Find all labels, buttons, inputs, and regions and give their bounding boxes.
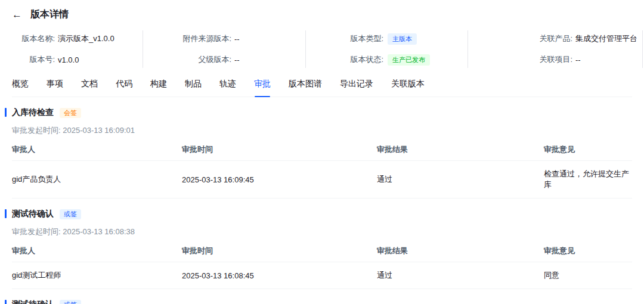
cell-comment: 同意 — [544, 262, 632, 289]
field-value: 演示版本_v1.0.0 — [58, 33, 114, 44]
info-field-version-type: 版本类型: 主版本 — [306, 33, 467, 45]
info-field-related-product: 关联产品: 集成交付管理平台 — [468, 33, 642, 45]
cell-approver: gid测试工程师 — [12, 262, 182, 289]
field-label: 关联项目: — [468, 54, 572, 65]
version-info-grid: 版本名称: 演示版本_v1.0.0 版本号: v1.0.0 附件来源版本: --… — [12, 30, 632, 68]
info-column-type-status: 版本类型: 主版本 版本状态: 生产已发布 — [306, 30, 468, 68]
page-title: 版本详情 — [30, 8, 69, 21]
table-row: gid测试工程师 2025-03-13 16:08:45 通过 同意 — [12, 262, 632, 289]
section-title: 测试待确认 — [12, 299, 54, 304]
tab-bar: 概览 事项 文档 代码 构建 制品 轨迹 审批 版本图谱 导出记录 关联版本 — [12, 79, 632, 97]
field-value: -- — [575, 55, 581, 64]
field-label: 版本名称: — [12, 33, 55, 44]
page-header: ← 版本详情 — [12, 8, 632, 21]
info-field-related-project: 关联项目: -- — [468, 54, 642, 66]
cell-approver: gid产品负责人 — [12, 166, 182, 193]
sign-type-badge: 或签 — [60, 300, 81, 304]
tab-issues[interactable]: 事项 — [47, 79, 63, 89]
field-label: 父级版本: — [143, 54, 231, 65]
section-title: 测试待确认 — [12, 209, 54, 219]
col-header-result: 审批结果 — [377, 240, 544, 262]
info-column-name: 版本名称: 演示版本_v1.0.0 版本号: v1.0.0 — [12, 30, 143, 68]
col-header-comment: 审批意见 — [544, 138, 632, 160]
table-header-row: 审批人 审批时间 审批结果 审批意见 — [12, 240, 632, 262]
version-detail-page: ← 版本详情 版本名称: 演示版本_v1.0.0 版本号: v1.0.0 附件来… — [0, 0, 644, 304]
col-header-time: 审批时间 — [182, 240, 377, 262]
start-time-value: 2025-03-13 16:09:01 — [63, 126, 135, 135]
tab-build[interactable]: 构建 — [150, 79, 167, 89]
col-header-comment: 审批意见 — [544, 240, 632, 262]
approval-section-3: 测试待确认 或签 审批发起时间: 2025-03-13 16:07:04 审批人… — [12, 299, 632, 304]
field-label: 版本状态: — [306, 54, 383, 65]
tab-artifacts[interactable]: 制品 — [185, 79, 202, 89]
tab-export-records[interactable]: 导出记录 — [340, 79, 373, 89]
tab-documents[interactable]: 文档 — [81, 79, 98, 89]
info-field-parent-version: 父级版本: -- — [143, 54, 305, 66]
tab-trace[interactable]: 轨迹 — [219, 79, 236, 89]
field-value: -- — [234, 35, 240, 44]
info-field-attachment-source: 附件来源版本: -- — [143, 33, 305, 45]
section-header: 测试待确认 或签 — [12, 299, 632, 304]
info-field-version-name: 版本名称: 演示版本_v1.0.0 — [12, 33, 143, 45]
section-header: 入库待检查 会签 — [12, 107, 632, 118]
approval-section-2: 测试待确认 或签 审批发起时间: 2025-03-13 16:08:38 审批人… — [12, 209, 632, 289]
table-row: gid产品负责人 2025-03-13 16:09:45 通过 检查通过，允许提… — [12, 161, 632, 198]
section-accent-bar — [5, 108, 7, 117]
col-header-result: 审批结果 — [377, 138, 544, 160]
section-accent-bar — [5, 209, 7, 218]
cell-comment: 检查通过，允许提交生产库 — [544, 161, 632, 198]
back-arrow-icon[interactable]: ← — [12, 10, 22, 20]
tab-code[interactable]: 代码 — [116, 79, 132, 89]
tab-approval[interactable]: 审批 — [254, 79, 271, 89]
approval-table: 审批人 审批时间 审批结果 审批意见 gid测试工程师 2025-03-13 1… — [12, 240, 632, 289]
field-label: 附件来源版本: — [143, 33, 231, 44]
info-field-version-number: 版本号: v1.0.0 — [12, 54, 143, 66]
col-header-approver: 审批人 — [12, 138, 182, 160]
approval-start-time: 审批发起时间: 2025-03-13 16:09:01 — [12, 125, 632, 136]
cell-result-pass-link[interactable]: 通过 — [377, 166, 544, 193]
field-value: -- — [234, 55, 240, 64]
field-value: v1.0.0 — [58, 55, 79, 64]
tab-version-graph[interactable]: 版本图谱 — [289, 79, 322, 89]
field-value: 集成交付管理平台 — [575, 33, 637, 44]
approval-section-1: 入库待检查 会签 审批发起时间: 2025-03-13 16:09:01 审批人… — [12, 107, 632, 198]
version-status-badge: 生产已发布 — [388, 54, 430, 66]
sign-type-badge: 或签 — [60, 209, 81, 219]
tab-related-versions[interactable]: 关联版本 — [391, 79, 425, 89]
field-label: 关联产品: — [468, 33, 572, 44]
table-header-row: 审批人 审批时间 审批结果 审批意见 — [12, 138, 632, 161]
start-time-label: 审批发起时间: — [12, 227, 61, 236]
info-field-version-status: 版本状态: 生产已发布 — [306, 54, 467, 66]
field-label: 版本号: — [12, 54, 55, 65]
section-accent-bar — [5, 300, 7, 304]
version-type-badge: 主版本 — [388, 33, 417, 45]
approval-start-time: 审批发起时间: 2025-03-13 16:08:38 — [12, 227, 632, 237]
cell-result-pass-link[interactable]: 通过 — [377, 262, 544, 289]
start-time-value: 2025-03-13 16:08:38 — [63, 227, 135, 236]
approval-table: 审批人 审批时间 审批结果 审批意见 gid产品负责人 2025-03-13 1… — [12, 138, 632, 198]
start-time-label: 审批发起时间: — [12, 126, 61, 135]
section-title: 入库待检查 — [12, 107, 54, 118]
field-label: 版本类型: — [306, 33, 383, 44]
tab-overview[interactable]: 概览 — [12, 79, 29, 89]
cell-time: 2025-03-13 16:08:45 — [182, 263, 377, 288]
cell-time: 2025-03-13 16:09:45 — [182, 167, 377, 192]
section-header: 测试待确认 或签 — [12, 209, 632, 219]
info-column-relations: 关联产品: 集成交付管理平台 关联项目: -- — [468, 30, 643, 68]
info-column-source: 附件来源版本: -- 父级版本: -- — [143, 30, 306, 68]
col-header-approver: 审批人 — [12, 240, 182, 262]
col-header-time: 审批时间 — [182, 138, 377, 160]
sign-type-badge: 会签 — [60, 108, 81, 118]
